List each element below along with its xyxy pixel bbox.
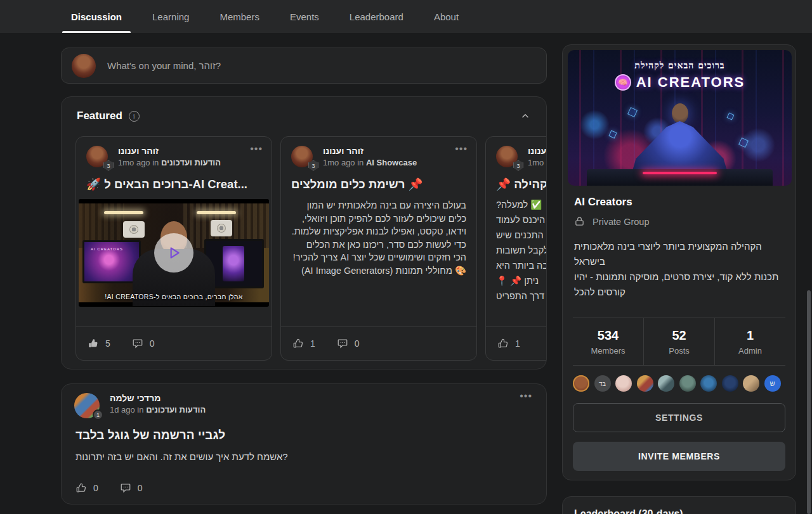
speaker-prop bbox=[211, 220, 232, 236]
space-link[interactable]: הודעות ועדכונים bbox=[146, 405, 206, 414]
cover-figure bbox=[672, 103, 688, 124]
post-author[interactable]: זוהר וענונו bbox=[118, 146, 221, 156]
member-avatar[interactable]: בד bbox=[594, 375, 611, 392]
post-author[interactable]: מרדכי שלמה bbox=[110, 393, 206, 403]
invite-members-button[interactable]: INVITE MEMBERS bbox=[573, 442, 785, 471]
member-avatar[interactable] bbox=[658, 375, 674, 392]
post-author[interactable]: זוהר וענונו bbox=[323, 146, 417, 156]
tab-learning[interactable]: Learning bbox=[148, 0, 193, 33]
group-stats: 534 Members 52 Posts 1 Admin bbox=[573, 318, 785, 365]
post-meta: 1mo ago in הודעות ועדכונים bbox=[118, 158, 221, 167]
featured-card-community[interactable]: 3 זוהר וענונו 1mo 📌 קהילה ✅ למעלה? היכנס… bbox=[485, 136, 547, 361]
featured-card-tools[interactable]: 3 זוהר וענונו 1mo ago in AI Showcase •••… bbox=[280, 136, 477, 361]
member-avatar[interactable]: ש bbox=[764, 375, 781, 392]
settings-button[interactable]: SETTINGS bbox=[573, 403, 785, 432]
group-privacy: Private Group bbox=[574, 216, 649, 227]
play-button[interactable] bbox=[154, 233, 193, 273]
page-scrollbar[interactable] bbox=[807, 290, 811, 514]
speaker-prop bbox=[123, 221, 145, 238]
post-body: בעולם היצירה עם בינה מלאכותית יש המון כל… bbox=[281, 191, 476, 307]
post-meta: 1mo bbox=[528, 158, 547, 167]
comment-icon[interactable] bbox=[120, 482, 131, 494]
comment-count: 0 bbox=[150, 338, 155, 349]
level-badge: 1 bbox=[93, 409, 103, 420]
group-cover-image: ברוכים הבאים לקהילת 🧠 AI CREATORS bbox=[568, 50, 792, 186]
cover-welcome-text: ברוכים הבאים לקהילת bbox=[568, 60, 792, 71]
post-title[interactable]: רשימת כלים מומלצים 📌 bbox=[281, 169, 476, 191]
video-caption: אהלן חברים, ברוכים הבאים ל-AI CREATORS! bbox=[79, 293, 269, 300]
post-composer[interactable]: What's on your mind, זוהר? bbox=[61, 48, 547, 84]
stat-posts[interactable]: 52 Posts bbox=[643, 318, 714, 365]
post-menu-button[interactable]: ••• bbox=[520, 390, 532, 402]
group-name: AI Creators bbox=[574, 196, 632, 209]
member-avatar[interactable] bbox=[615, 375, 632, 392]
post-meta: 1d ago in הודעות ועדכונים bbox=[110, 405, 206, 414]
post-body: אשמח לדעת איך עושים את זה. והאם יש בזה י… bbox=[62, 442, 546, 462]
cover-brand-text: AI CREATORS bbox=[636, 74, 745, 91]
chevron-up-icon bbox=[520, 110, 531, 122]
info-icon[interactable]: i bbox=[129, 111, 140, 122]
post-title[interactable]: 📌 קהילה bbox=[486, 169, 547, 191]
member-avatar[interactable] bbox=[679, 375, 696, 392]
group-sidebar: ברוכים הבאים לקהילת 🧠 AI CREATORS AI Cre… bbox=[562, 44, 796, 480]
like-icon[interactable] bbox=[75, 482, 87, 494]
featured-section: Featured i 3 זוהר וענונו 1mo ago in הודע… bbox=[61, 96, 547, 369]
tab-members[interactable]: Members bbox=[216, 0, 263, 33]
lock-icon bbox=[574, 216, 585, 227]
comment-icon[interactable] bbox=[132, 338, 143, 349]
group-description: הקהילה המקצועית ביותר ליוצרי בינה מלאכות… bbox=[574, 239, 787, 300]
leaderboard-card: Leaderboard (30-days) bbox=[562, 496, 796, 514]
featured-header: Featured i bbox=[62, 97, 546, 122]
member-avatar[interactable] bbox=[722, 375, 738, 392]
top-navigation: Discussion Learning Members Events Leade… bbox=[0, 0, 812, 33]
space-link[interactable]: הודעות ועדכונים bbox=[161, 158, 221, 167]
like-count: 1 bbox=[515, 338, 520, 349]
video-thumbnail[interactable]: אהלן חברים, ברוכים הבאים ל-AI CREATORS! bbox=[79, 199, 269, 307]
like-icon[interactable] bbox=[497, 338, 509, 349]
comment-count: 0 bbox=[355, 338, 360, 349]
play-icon bbox=[166, 245, 182, 261]
featured-cards-carousel: 3 זוהר וענונו 1mo ago in הודעות ועדכונים… bbox=[75, 136, 547, 361]
tab-about[interactable]: About bbox=[430, 0, 462, 33]
member-avatar[interactable] bbox=[637, 375, 653, 392]
member-avatar[interactable] bbox=[700, 375, 717, 392]
stat-members[interactable]: 534 Members bbox=[573, 318, 643, 365]
post-menu-button[interactable]: ••• bbox=[250, 143, 263, 155]
tab-events[interactable]: Events bbox=[286, 0, 323, 33]
featured-card-welcome[interactable]: 3 זוהר וענונו 1mo ago in הודעות ועדכונים… bbox=[75, 136, 272, 361]
like-count: 0 bbox=[93, 483, 98, 493]
leaderboard-title: Leaderboard (30-days) bbox=[563, 497, 796, 514]
comment-count: 0 bbox=[138, 483, 143, 493]
post-menu-button[interactable]: ••• bbox=[455, 143, 468, 155]
tab-discussion[interactable]: Discussion bbox=[67, 0, 126, 33]
member-avatar[interactable] bbox=[743, 375, 759, 392]
comment-icon[interactable] bbox=[337, 338, 348, 349]
post-title[interactable]: 🚀 ברוכים הבאים ל-AI Creat... bbox=[76, 169, 272, 191]
member-avatars-row: בד ש bbox=[573, 375, 781, 392]
like-count: 5 bbox=[105, 338, 110, 349]
privacy-label: Private Group bbox=[593, 217, 649, 227]
post-meta: 1mo ago in AI Showcase bbox=[323, 158, 417, 167]
member-avatar[interactable] bbox=[573, 375, 589, 392]
like-icon[interactable] bbox=[88, 338, 99, 349]
like-icon[interactable] bbox=[292, 338, 304, 349]
space-link[interactable]: AI Showcase bbox=[366, 158, 417, 167]
like-count: 1 bbox=[310, 338, 315, 349]
stat-admin[interactable]: 1 Admin bbox=[714, 318, 785, 365]
tab-leaderboard[interactable]: Leaderboard bbox=[346, 0, 407, 33]
featured-title: Featured bbox=[77, 110, 122, 122]
post-author[interactable]: זוהר וענונו bbox=[528, 146, 547, 156]
composer-placeholder: What's on your mind, זוהר? bbox=[107, 60, 221, 71]
brain-logo-icon: 🧠 bbox=[615, 74, 631, 91]
post-title[interactable]: לגביי הרשמה של גוגל בלבד bbox=[62, 418, 546, 442]
group-info-card: ברוכים הבאים לקהילת 🧠 AI CREATORS AI Cre… bbox=[562, 44, 796, 480]
collapse-featured-button[interactable] bbox=[520, 110, 531, 122]
current-user-avatar bbox=[72, 54, 96, 78]
post-body: ✅ למעלה? היכנס לעמוד התכנים שיש לקבל תשו… bbox=[486, 191, 547, 307]
feed-post[interactable]: 1 מרדכי שלמה 1d ago in הודעות ועדכונים •… bbox=[61, 383, 547, 504]
